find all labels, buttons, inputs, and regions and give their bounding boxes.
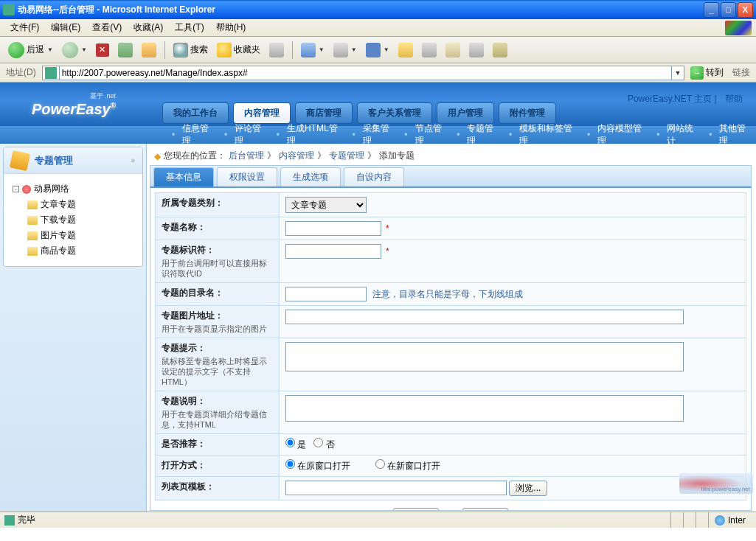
refresh-button[interactable] xyxy=(114,40,136,60)
link-home[interactable]: PowerEasy.NET 主页 xyxy=(628,94,712,104)
status-zone: Inter xyxy=(708,512,752,528)
folder-icon xyxy=(27,231,38,240)
history-button[interactable] xyxy=(266,40,288,60)
bc-current: 添加专题 xyxy=(379,150,415,162)
tree-item-download[interactable]: 下载专题 xyxy=(10,212,136,228)
generic-icon xyxy=(422,43,437,57)
address-dropdown[interactable]: ▼ xyxy=(672,69,684,77)
panel-header[interactable]: 专题管理 » xyxy=(4,147,142,174)
textarea-desc[interactable] xyxy=(285,395,684,422)
home-icon xyxy=(142,43,156,57)
mail-button[interactable] xyxy=(442,40,464,60)
folder-icon xyxy=(27,247,38,256)
print-button[interactable]: ▼ xyxy=(330,40,361,60)
radio-open-new-label[interactable]: 在新窗口打开 xyxy=(375,461,440,471)
input-dir[interactable] xyxy=(285,287,367,301)
toolbar-btn-b[interactable] xyxy=(395,40,417,60)
label-img: 专题图片地址： xyxy=(162,310,223,321)
favorites-button[interactable]: 收藏夹 xyxy=(213,40,264,60)
status-text: 完毕 xyxy=(18,514,35,526)
radio-open-same[interactable] xyxy=(285,459,295,469)
input-name[interactable] xyxy=(285,221,381,236)
window-title: 动易网络--后台管理 - Microsoft Internet Explorer xyxy=(18,4,704,16)
toolbar-btn-d[interactable] xyxy=(465,40,488,60)
home-button[interactable] xyxy=(138,40,160,60)
radio-recommend-yes[interactable] xyxy=(285,438,295,447)
tree-item-image[interactable]: 图片专题 xyxy=(10,228,136,243)
breadcrumb: ◆ 您现在的位置： 后台管理 》 内容管理 》 专题管理 》 添加专题 xyxy=(150,147,752,165)
menu-file[interactable]: 文件(F) xyxy=(4,20,45,35)
bc-root[interactable]: 后台管理 xyxy=(229,150,264,162)
go-button[interactable]: →转到 xyxy=(687,65,726,81)
tree-item-product[interactable]: 商品专题 xyxy=(10,243,136,259)
status-bar: 完毕 Inter xyxy=(0,512,756,528)
messenger-button[interactable] xyxy=(489,40,511,60)
minimize-button[interactable]: _ xyxy=(704,2,719,18)
chevron-down-icon: ▼ xyxy=(81,46,87,53)
status-section xyxy=(670,512,683,528)
address-input[interactable] xyxy=(59,66,672,80)
toolbar-btn-c[interactable] xyxy=(418,40,440,60)
tab-attachment-mgmt[interactable]: 附件管理 xyxy=(499,102,556,124)
tab-crm[interactable]: 客户关系管理 xyxy=(357,102,432,124)
back-button[interactable]: 后退▼ xyxy=(4,39,57,61)
menu-edit[interactable]: 编辑(E) xyxy=(45,20,86,35)
collapse-icon[interactable]: - xyxy=(13,186,19,192)
history-icon xyxy=(269,43,284,57)
radio-recommend-yes-label[interactable]: 是 xyxy=(285,439,306,450)
internet-icon xyxy=(715,515,725,526)
select-category[interactable]: 文章专题 xyxy=(285,197,367,213)
tab-shop-mgmt[interactable]: 商店管理 xyxy=(295,102,353,124)
root-icon xyxy=(22,185,31,194)
stop-button[interactable]: ✕ xyxy=(92,41,113,60)
subtab-permission[interactable]: 权限设置 xyxy=(217,167,277,186)
menu-tools[interactable]: 工具(T) xyxy=(169,20,209,35)
sub-tabs: 基本信息 权限设置 生成选项 自设内容 xyxy=(150,165,752,186)
people-icon xyxy=(493,43,507,57)
links-label[interactable]: 链接 xyxy=(729,66,753,79)
add-button[interactable]: 添加 xyxy=(393,508,439,511)
cancel-button[interactable]: 取消 xyxy=(462,508,508,511)
radio-recommend-no[interactable] xyxy=(313,438,323,447)
tree-item-article[interactable]: 文章专题 xyxy=(10,197,136,212)
folder-icon xyxy=(27,216,38,225)
radio-open-new[interactable] xyxy=(375,459,385,469)
subtab-generate[interactable]: 生成选项 xyxy=(280,167,341,186)
maximize-button[interactable]: □ xyxy=(721,2,736,18)
forward-button[interactable]: ▼ xyxy=(58,39,91,61)
tree-root[interactable]: -动易网络 xyxy=(10,181,136,197)
radio-recommend-no-label[interactable]: 否 xyxy=(313,439,334,450)
mail-icon xyxy=(445,43,460,57)
tab-content-mgmt[interactable]: 内容管理 xyxy=(233,102,291,124)
browse-button[interactable]: 浏览... xyxy=(509,481,547,496)
bc-content[interactable]: 内容管理 xyxy=(279,150,314,162)
radio-open-same-label[interactable]: 在原窗口打开 xyxy=(285,461,350,471)
input-list-tpl[interactable] xyxy=(285,481,507,495)
menu-view[interactable]: 查看(V) xyxy=(86,20,128,35)
label-category: 所属专题类别： xyxy=(162,198,223,208)
textarea-tips[interactable] xyxy=(285,342,684,371)
subtab-basic[interactable]: 基本信息 xyxy=(153,167,214,186)
close-button[interactable]: X xyxy=(738,2,753,18)
edit-button[interactable]: ▼ xyxy=(362,40,393,60)
input-img[interactable] xyxy=(285,310,684,324)
word-icon xyxy=(366,43,381,57)
subtab-custom[interactable]: 自设内容 xyxy=(344,167,404,186)
right-content: ◆ 您现在的位置： 后台管理 》 内容管理 》 专题管理 》 添加专题 基本信息… xyxy=(147,144,756,512)
status-section xyxy=(696,512,708,528)
window-titlebar: 动易网络--后台管理 - Microsoft Internet Explorer… xyxy=(0,0,756,19)
toolbar-btn-a[interactable]: ▼ xyxy=(297,40,328,60)
menu-favorites[interactable]: 收藏(A) xyxy=(128,20,169,35)
search-button[interactable]: 搜索 xyxy=(170,40,212,60)
tab-workspace[interactable]: 我的工作台 xyxy=(162,102,229,124)
tab-user-mgmt[interactable]: 用户管理 xyxy=(437,102,494,124)
bc-topic[interactable]: 专题管理 xyxy=(329,150,364,162)
hint-img: 用于在专题页显示指定的图片 xyxy=(162,324,273,334)
link-help[interactable]: 帮助 xyxy=(725,94,743,104)
menu-help[interactable]: 帮助(H) xyxy=(210,20,252,35)
chevron-down-icon: ▼ xyxy=(47,46,53,53)
back-icon xyxy=(8,42,24,58)
menu-bar: 文件(F) 编辑(E) 查看(V) 收藏(A) 工具(T) 帮助(H) xyxy=(0,19,756,37)
input-identifier[interactable] xyxy=(285,244,381,259)
separator xyxy=(292,41,293,59)
